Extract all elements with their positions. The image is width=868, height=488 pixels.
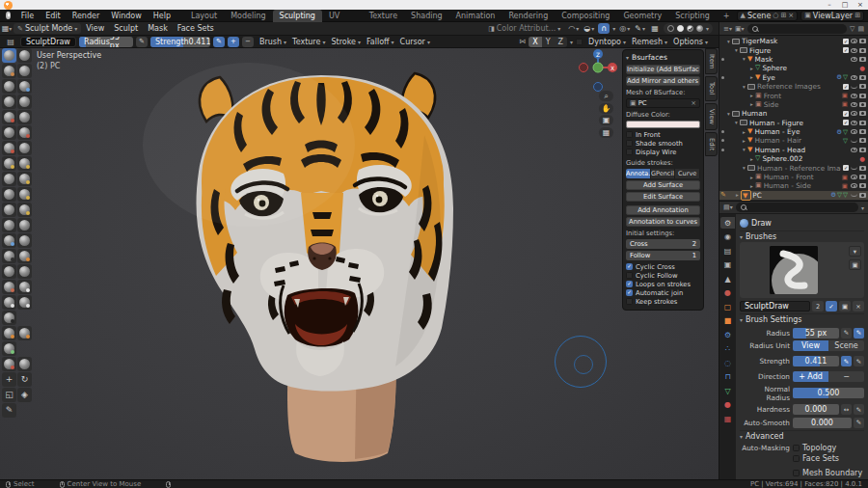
guide-option-curve[interactable]: Curve [675, 169, 700, 178]
tool-crease[interactable] [2, 110, 16, 124]
visibility-eye-closed-icon[interactable] [851, 166, 857, 170]
selectable-checkbox[interactable]: ✓ [843, 111, 849, 117]
disclosure-open-icon[interactable]: ▾ [725, 39, 732, 44]
visibility-eye-icon[interactable] [851, 111, 857, 116]
auto-smooth-pressure-icon[interactable]: ✎ [854, 418, 864, 428]
maximize-button[interactable]: □ [837, 0, 853, 10]
tool-draw[interactable] [2, 48, 16, 63]
tool-elastic-deform[interactable] [2, 172, 16, 186]
zoom-icon[interactable]: ⌕ [599, 91, 613, 101]
tool-slide-relax[interactable] [2, 218, 16, 232]
outliner-scope-icon[interactable]: ▣▾ [735, 25, 745, 33]
clear-mesh-icon[interactable]: × [691, 99, 696, 107]
properties-tab-collection[interactable]: ▢ [720, 301, 735, 312]
color-attribute-dropdown[interactable]: ◨ Color Attribut... ▾ [484, 23, 564, 34]
diffuse-color-swatch[interactable] [626, 121, 700, 128]
close-button[interactable]: × [853, 0, 868, 10]
outliner-row-mask[interactable]: ▾▼Mask [719, 55, 868, 64]
disclosure-closed-icon[interactable]: ▸ [748, 93, 755, 98]
option-loops-on-strokes[interactable]: ✓Loops on strokes [626, 280, 700, 288]
unlink-brush-icon[interactable]: × [853, 301, 864, 312]
outliner-row-human-front[interactable]: ▸▣Human - Front▣ [719, 173, 868, 181]
tool-clay[interactable] [2, 64, 16, 78]
render-camera-icon[interactable] [859, 84, 866, 89]
strength-animate-icon[interactable]: ✎ [854, 356, 864, 366]
navigation-gizmo[interactable]: Z X [577, 48, 619, 95]
npanel-tab-tool[interactable]: Tool [705, 76, 718, 100]
editor-type-icon[interactable]: ▦▾ [0, 23, 14, 34]
symmetry-y-toggle[interactable]: Y [542, 37, 555, 47]
render-camera-icon[interactable] [859, 138, 866, 143]
render-camera-icon[interactable] [859, 57, 866, 62]
npanel-tab-view[interactable]: View [705, 103, 718, 130]
properties-tab-constraints[interactable]: ⊓ [720, 371, 735, 383]
duplicate-brush-icon[interactable]: ▣ [839, 301, 851, 312]
symmetry-x-toggle[interactable]: X [529, 37, 541, 47]
visibility-eye-icon[interactable] [851, 148, 857, 152]
properties-tab-view-layer[interactable]: ▣ [720, 259, 735, 271]
render-camera-icon[interactable] [859, 183, 866, 188]
disclosure-open-icon[interactable]: ▾ [741, 56, 747, 62]
new-scene-icon[interactable]: ⊞ [780, 12, 786, 19]
option-keep-strokes[interactable]: Keep strokes [626, 297, 700, 306]
outliner-options-icon[interactable]: ▤ [857, 25, 864, 33]
tool-grab[interactable] [17, 156, 32, 171]
menu-window[interactable]: Window [105, 10, 148, 22]
blender-logo-icon[interactable] [6, 12, 11, 19]
selectable-checkbox[interactable]: ✓ [843, 120, 849, 125]
auto-masking-checkbox-topology[interactable] [793, 445, 800, 451]
radius-slider[interactable]: Radius 55 px [79, 37, 133, 47]
option-automatic-join[interactable]: ✓Automatic join [626, 288, 700, 297]
properties-editor-icon[interactable]: ▤▾ [723, 203, 733, 211]
workspace-tab-texture-paint[interactable]: Texture Paint [363, 10, 404, 22]
tool-icon[interactable]: ▤ [4, 37, 17, 47]
tool-mask-filter[interactable] [2, 357, 16, 371]
properties-tab-tool[interactable]: ⚙ [720, 217, 735, 229]
shading-rendered-icon[interactable] [696, 25, 703, 32]
render-camera-icon[interactable] [859, 129, 866, 134]
tool-cloth[interactable] [2, 233, 16, 248]
direction-option-subtract[interactable]: − Subtract [828, 371, 864, 382]
brush-menu-cursor[interactable]: Cursor ▾ [397, 38, 433, 46]
tool-snake-hook[interactable] [17, 172, 32, 186]
tool-flatten[interactable] [2, 125, 16, 140]
workspace-tab-layout[interactable]: Layout [184, 10, 224, 22]
follow-field[interactable]: Follow1 [626, 251, 700, 260]
disclosure-closed-icon[interactable]: ▸ [741, 129, 747, 135]
properties-tab-modifiers[interactable]: ⚙ [720, 329, 735, 340]
proportional-edit-icon[interactable]: ◎▾ [618, 23, 631, 34]
properties-search-input[interactable] [736, 203, 858, 212]
tool-color-filter[interactable] [17, 357, 32, 371]
mode-dropdown[interactable]: ✎ Sculpt Mode ▾ [14, 23, 81, 34]
visibility-eye-icon[interactable] [851, 129, 857, 134]
workspace-tab-scripting[interactable]: Scripting [668, 10, 717, 22]
direction-add-button[interactable]: + [228, 37, 239, 47]
strength-slider[interactable]: Strength 0.411 [150, 37, 210, 47]
visibility-eye-closed-icon[interactable] [851, 85, 857, 89]
viewport-menu-sculpt[interactable]: Sculpt [109, 24, 143, 33]
brush-menu-stroke[interactable]: Stroke ▾ [328, 38, 364, 46]
shading-solid-icon[interactable] [677, 25, 684, 32]
workspace-tab-animation[interactable]: Animation [449, 10, 502, 22]
outliner-row-figure[interactable]: ▾Figure✓ [719, 45, 868, 54]
disclosure-closed-icon[interactable]: ▸ [748, 101, 755, 107]
shading-dropdown[interactable]: ▾ [706, 25, 709, 32]
properties-tab-output[interactable]: ▤ [720, 245, 735, 257]
checkbox[interactable] [626, 272, 633, 279]
properties-tab-data[interactable]: ▽ [720, 385, 735, 396]
tool-layer[interactable] [17, 79, 32, 94]
add-annotation-button[interactable]: Add Annotation [626, 205, 700, 215]
tool-pose[interactable] [17, 187, 32, 202]
visibility-eye-icon[interactable] [851, 39, 857, 43]
tool-nudge[interactable] [2, 203, 16, 217]
direction-option-add[interactable]: + Add [793, 371, 828, 382]
cross-field[interactable]: Cross2 [626, 239, 700, 249]
properties-tab-material[interactable]: ● [720, 399, 735, 411]
snap-magnet-icon[interactable]: ∩ [598, 23, 610, 34]
checkbox[interactable]: ✓ [626, 281, 633, 287]
viewport-canvas[interactable]: User Perspective (2) PC +↻◱◈✎ Z X ⌕ ✋ ▣ … [0, 48, 719, 479]
overlays-icon[interactable]: ▦ [649, 23, 661, 34]
brush-settings-section-header[interactable]: ▾Brush Settings [740, 313, 864, 325]
disclosure-open-icon[interactable]: ▾ [741, 84, 747, 90]
visibility-eye-icon[interactable] [851, 48, 857, 53]
